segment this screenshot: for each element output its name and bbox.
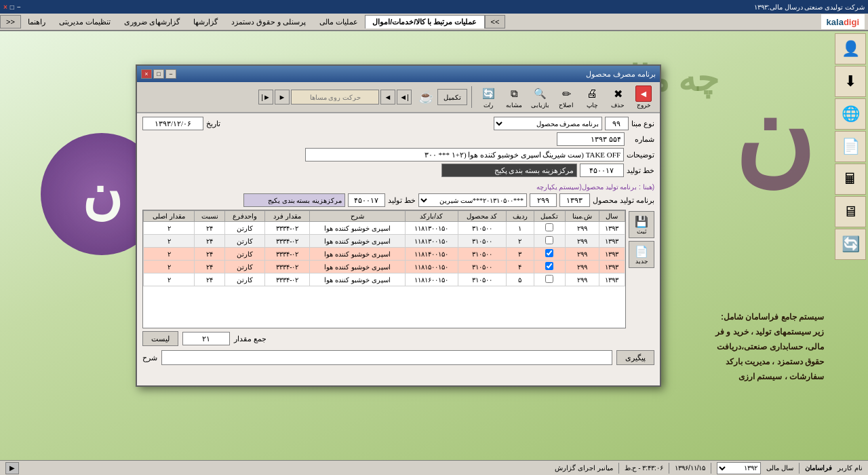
main-dialog: برنامه مصرف محصول − □ × ◄ خروج ✖ حذف 🖨 چ… bbox=[136, 64, 661, 387]
prod-number-input[interactable] bbox=[530, 193, 557, 207]
col-product-code: کد محصول bbox=[458, 211, 506, 222]
table-row[interactable]: ۱۳۹۳۲۹۹۳۳۱۰۵۰۰۱۱۸۱۴۰۰۱۵۰اسپری خوشبو کنند… bbox=[144, 248, 625, 261]
icon-document[interactable]: 📄 bbox=[835, 131, 866, 162]
icon-user[interactable]: 👤 bbox=[835, 33, 866, 64]
icon-globe[interactable]: 🌐 bbox=[835, 98, 866, 130]
status-sep4 bbox=[618, 463, 619, 474]
total-input bbox=[182, 332, 230, 345]
sidebar-buttons: 💾 ثبت 📄 جدید bbox=[629, 210, 654, 328]
status-sep3 bbox=[669, 463, 669, 474]
new-icon: 📄 bbox=[635, 245, 648, 258]
similar-button[interactable]: ⧉ مشابه bbox=[502, 84, 526, 110]
table-row[interactable]: ۱۳۹۳۲۹۹۱۳۱۰۵۰۰۱۱۸۱۳۰۰۱۵۰اسپری خوشبو کنند… bbox=[144, 222, 625, 235]
desc-input[interactable] bbox=[305, 148, 624, 162]
search-input[interactable] bbox=[161, 350, 612, 365]
nav-prev-btn[interactable]: ◄ bbox=[380, 90, 395, 104]
prod-line-name-input2[interactable] bbox=[243, 193, 345, 207]
nav-next-btn[interactable]: ► bbox=[275, 90, 290, 104]
menu-bar: digikala >> عملیات مرتبط با کالا/خدمات/ا… bbox=[0, 14, 868, 31]
prod-line-code-input2[interactable] bbox=[348, 193, 385, 207]
complete-button[interactable]: تکمیل bbox=[437, 89, 467, 105]
search-row: پیگیری شرح bbox=[137, 349, 660, 366]
type-code-input[interactable] bbox=[605, 117, 629, 130]
status-user-value: فراسامان bbox=[805, 464, 832, 472]
menu-item-urgent[interactable]: گزارشهای ضروری bbox=[117, 16, 186, 28]
data-table: سال ش.مبنا تکمیل ردیف کد محصول کد/بارکد … bbox=[143, 210, 625, 286]
status-start-btn[interactable]: ▶ bbox=[5, 462, 19, 474]
table-row[interactable]: ۱۳۹۳۲۹۹۲۳۱۰۵۰۰۱۱۸۱۳۰۰۱۵۰اسپری خوشبو کنند… bbox=[144, 235, 625, 248]
status-year-label: سال مالی bbox=[766, 464, 793, 472]
new-button[interactable]: 📄 جدید bbox=[629, 241, 654, 268]
nav-controls: |◄ ◄ ► ►| bbox=[258, 90, 412, 104]
table-row[interactable]: ۱۳۹۳۲۹۹۴۳۱۰۵۰۰۱۱۸۱۵۰۰۱۵۰اسپری خوشبو کنند… bbox=[144, 261, 625, 273]
title-bar: شرکت تولیدی صنعتی درسال مالی:۱۳۹۳ − □ × bbox=[0, 0, 868, 14]
type-label: نوع مبنا bbox=[631, 119, 654, 128]
list-button[interactable]: لیست bbox=[142, 331, 178, 346]
desc-label: توضیحات bbox=[627, 151, 654, 159]
replay-button[interactable]: 🔍 بازیابی bbox=[528, 84, 553, 110]
number-label: شماره bbox=[627, 135, 654, 144]
icon-calculator[interactable]: 🖩 bbox=[835, 164, 866, 195]
menu-item-assets[interactable]: عملیات مرتبط با کالا/خدمات/اموال bbox=[365, 15, 484, 28]
menu-item-help[interactable]: راهنما bbox=[21, 16, 52, 28]
col-complete: تکمیل bbox=[534, 211, 565, 222]
form-row-2: شماره bbox=[142, 132, 654, 146]
date-input[interactable] bbox=[142, 117, 203, 130]
menu-item-more-left[interactable]: << bbox=[0, 15, 21, 28]
type-dropdown[interactable]: برنامه مصرف محصول bbox=[494, 117, 602, 130]
print-label: چاپ bbox=[587, 102, 598, 109]
prod-program-row: برنامه تولید محصول ***۲۰۱۳۱۰۵۰۰***ست شیر… bbox=[137, 192, 660, 210]
prod-year-input[interactable] bbox=[559, 193, 590, 207]
menu-item-reports[interactable]: گزارشها bbox=[186, 16, 224, 28]
menu-item-settings[interactable]: تنظیمات مدیریتی bbox=[52, 16, 117, 28]
data-table-container: سال ش.مبنا تکمیل ردیف کد محصول کد/بارکد … bbox=[142, 210, 626, 328]
coffee-icon: ☕ bbox=[418, 90, 433, 104]
save-label: ثبت bbox=[637, 228, 647, 235]
col-ratio: نسبت bbox=[195, 211, 225, 222]
app-title: شرکت تولیدی صنعتی درسال مالی:۱۳۹۳ bbox=[754, 3, 865, 11]
exit-button[interactable]: ◄ خروج bbox=[631, 84, 656, 110]
dialog-title-bar: برنامه مصرف محصول − □ × bbox=[137, 66, 660, 82]
refresh-label: ر/ت bbox=[484, 102, 494, 109]
refresh-icon: 🔄 bbox=[480, 86, 496, 102]
nav-first-btn[interactable]: |◄ bbox=[397, 90, 412, 104]
prod-line-name-input[interactable] bbox=[441, 164, 577, 177]
dialog-close-btn[interactable]: × bbox=[141, 69, 152, 79]
number-input[interactable] bbox=[557, 132, 625, 146]
print-button[interactable]: 🖨 چاپ bbox=[580, 84, 604, 110]
prod-line-label: خط تولید bbox=[627, 166, 654, 175]
dialog-title-text: برنامه مصرف محصول bbox=[586, 70, 656, 79]
total-row: جمع مقدار لیست bbox=[137, 328, 660, 349]
col-qty-main: مقدار اصلی bbox=[144, 211, 195, 222]
dialog-minimize-btn[interactable]: − bbox=[165, 69, 176, 79]
save-button[interactable]: 💾 ثبت bbox=[629, 211, 654, 238]
nav-last-btn[interactable]: ►| bbox=[258, 90, 273, 104]
form-row-1: نوع مبنا برنامه مصرف محصول تاریخ bbox=[142, 117, 654, 130]
prod-program-label: برنامه تولید محصول bbox=[593, 196, 654, 205]
icon-refresh[interactable]: 🔄 bbox=[835, 229, 866, 260]
prod-line-code-input[interactable] bbox=[580, 164, 624, 177]
fix-button[interactable]: ✏ اصلاح bbox=[554, 84, 578, 110]
delete-button[interactable]: ✖ حذف bbox=[606, 84, 630, 110]
col-unit: واحدفرع bbox=[225, 211, 265, 222]
menu-item-more-right[interactable]: >> bbox=[485, 15, 506, 28]
icon-download[interactable]: ⬇ bbox=[835, 66, 866, 97]
status-time: ۳:۴۳:۰۶ - ح.ط bbox=[625, 464, 663, 472]
fix-icon: ✏ bbox=[558, 86, 574, 102]
menu-item-financial[interactable]: عملیات مالی bbox=[313, 16, 365, 28]
col-year: سال bbox=[599, 211, 625, 222]
status-reporter: میانبر اجرای گزارش bbox=[555, 464, 613, 472]
status-year-dropdown[interactable]: ۱۳۹۲ bbox=[717, 462, 761, 474]
dialog-maximize-btn[interactable]: □ bbox=[153, 69, 164, 79]
delete-label: حذف bbox=[611, 102, 625, 109]
menu-item-hr[interactable]: پرسنلی و حقوق دستمزد bbox=[224, 16, 313, 28]
nav-text-input[interactable] bbox=[291, 90, 379, 104]
prod-product-dropdown[interactable]: ***۲۰۱۳۱۰۵۰۰***ست شیرین bbox=[418, 193, 527, 207]
table-row[interactable]: ۱۳۹۳۲۹۹۵۳۱۰۵۰۰۱۱۸۱۶۰۰۱۵۰اسپری خوشبو کنند… bbox=[144, 273, 625, 286]
status-user-label: نام کاربر bbox=[837, 464, 863, 472]
form-area: نوع مبنا برنامه مصرف محصول تاریخ شماره ت… bbox=[137, 113, 660, 183]
icon-monitor[interactable]: 🖥 bbox=[835, 196, 866, 227]
search-button[interactable]: پیگیری bbox=[616, 350, 654, 365]
delete-icon: ✖ bbox=[610, 86, 626, 102]
refresh-button[interactable]: 🔄 ر/ت bbox=[476, 84, 500, 110]
